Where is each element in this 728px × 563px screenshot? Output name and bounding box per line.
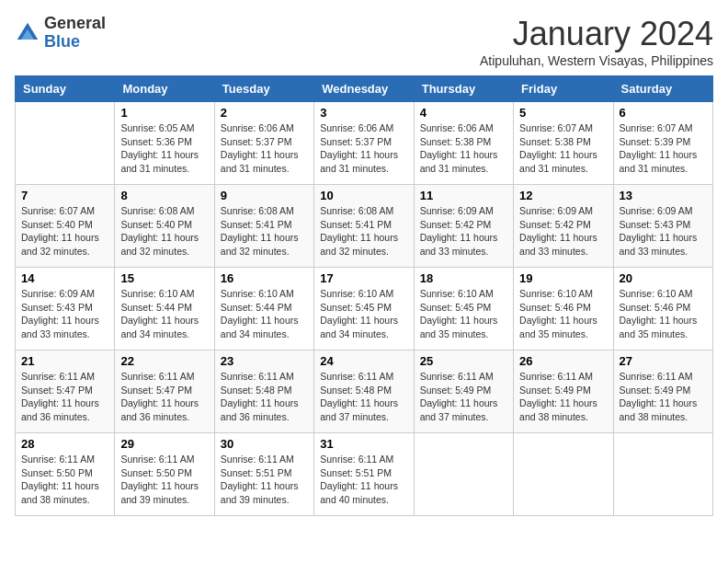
day-number: 5	[519, 106, 607, 120]
day-number: 7	[21, 189, 108, 202]
day-info: Sunrise: 6:09 AMSunset: 5:42 PMDaylight:…	[519, 204, 607, 259]
weekday-header-cell: Wednesday	[314, 76, 414, 102]
calendar-day-cell	[414, 433, 513, 516]
day-number: 1	[120, 106, 208, 120]
day-info: Sunrise: 6:05 AMSunset: 5:36 PMDaylight:…	[120, 121, 208, 176]
calendar-week-row: 28Sunrise: 6:11 AMSunset: 5:50 PMDayligh…	[16, 433, 713, 516]
day-info: Sunrise: 6:07 AMSunset: 5:40 PMDaylight:…	[21, 204, 108, 259]
day-info: Sunrise: 6:10 AMSunset: 5:45 PMDaylight:…	[320, 287, 407, 341]
calendar-day-cell: 9Sunrise: 6:08 AMSunset: 5:41 PMDaylight…	[214, 185, 313, 268]
calendar-day-cell: 14Sunrise: 6:09 AMSunset: 5:43 PMDayligh…	[16, 268, 115, 350]
day-info: Sunrise: 6:09 AMSunset: 5:43 PMDaylight:…	[21, 287, 108, 341]
day-number: 9	[221, 189, 308, 202]
calendar-day-cell: 29Sunrise: 6:11 AMSunset: 5:50 PMDayligh…	[115, 433, 214, 516]
page-header: General Blue January 2024 Atipuluhan, We…	[15, 15, 713, 68]
day-number: 6	[620, 106, 707, 120]
calendar-day-cell: 31Sunrise: 6:11 AMSunset: 5:51 PMDayligh…	[314, 433, 414, 516]
day-info: Sunrise: 6:10 AMSunset: 5:44 PMDaylight:…	[221, 287, 308, 341]
day-number: 31	[320, 437, 407, 451]
calendar-day-cell: 23Sunrise: 6:11 AMSunset: 5:48 PMDayligh…	[214, 350, 313, 433]
calendar-subtitle: Atipuluhan, Western Visayas, Philippines	[480, 53, 713, 68]
day-number: 28	[21, 437, 108, 451]
calendar-day-cell: 10Sunrise: 6:08 AMSunset: 5:41 PMDayligh…	[314, 185, 414, 268]
calendar-day-cell: 26Sunrise: 6:11 AMSunset: 5:49 PMDayligh…	[514, 350, 613, 433]
calendar-day-cell: 13Sunrise: 6:09 AMSunset: 5:43 PMDayligh…	[613, 185, 712, 268]
calendar-day-cell: 24Sunrise: 6:11 AMSunset: 5:48 PMDayligh…	[314, 350, 414, 433]
title-block: January 2024 Atipuluhan, Western Visayas…	[480, 15, 713, 68]
calendar-day-cell: 4Sunrise: 6:06 AMSunset: 5:38 PMDaylight…	[414, 102, 513, 185]
calendar-day-cell: 18Sunrise: 6:10 AMSunset: 5:45 PMDayligh…	[414, 268, 513, 350]
day-info: Sunrise: 6:10 AMSunset: 5:46 PMDaylight:…	[519, 287, 607, 341]
calendar-day-cell: 8Sunrise: 6:08 AMSunset: 5:40 PMDaylight…	[115, 185, 214, 268]
calendar-body: 1Sunrise: 6:05 AMSunset: 5:36 PMDaylight…	[16, 102, 713, 516]
day-number: 20	[620, 271, 707, 285]
day-info: Sunrise: 6:07 AMSunset: 5:38 PMDaylight:…	[519, 121, 607, 176]
calendar-day-cell: 20Sunrise: 6:10 AMSunset: 5:46 PMDayligh…	[613, 268, 712, 350]
day-number: 17	[320, 271, 407, 285]
day-number: 3	[320, 106, 407, 120]
calendar-day-cell: 1Sunrise: 6:05 AMSunset: 5:36 PMDaylight…	[115, 102, 214, 185]
day-number: 24	[320, 354, 407, 368]
day-number: 4	[420, 106, 507, 120]
day-number: 29	[120, 437, 208, 451]
calendar-day-cell: 22Sunrise: 6:11 AMSunset: 5:47 PMDayligh…	[115, 350, 214, 433]
day-info: Sunrise: 6:11 AMSunset: 5:50 PMDaylight:…	[120, 453, 208, 507]
calendar-day-cell: 30Sunrise: 6:11 AMSunset: 5:51 PMDayligh…	[214, 433, 313, 516]
day-number: 15	[120, 271, 208, 285]
calendar-title: January 2024	[480, 15, 713, 53]
calendar-day-cell: 27Sunrise: 6:11 AMSunset: 5:49 PMDayligh…	[613, 350, 712, 433]
day-info: Sunrise: 6:11 AMSunset: 5:51 PMDaylight:…	[221, 453, 308, 507]
calendar-day-cell: 3Sunrise: 6:06 AMSunset: 5:37 PMDaylight…	[314, 102, 414, 185]
day-info: Sunrise: 6:10 AMSunset: 5:46 PMDaylight:…	[620, 287, 707, 341]
calendar-day-cell: 6Sunrise: 6:07 AMSunset: 5:39 PMDaylight…	[613, 102, 712, 185]
day-info: Sunrise: 6:10 AMSunset: 5:44 PMDaylight:…	[120, 287, 208, 341]
day-number: 22	[120, 354, 208, 368]
calendar-week-row: 14Sunrise: 6:09 AMSunset: 5:43 PMDayligh…	[16, 268, 713, 350]
day-number: 27	[620, 354, 707, 368]
day-info: Sunrise: 6:11 AMSunset: 5:49 PMDaylight:…	[420, 370, 507, 424]
logo-icon	[15, 20, 40, 46]
day-number: 12	[519, 189, 607, 202]
calendar-week-row: 1Sunrise: 6:05 AMSunset: 5:36 PMDaylight…	[16, 102, 713, 185]
logo-text: General Blue	[44, 15, 106, 52]
logo: General Blue	[15, 15, 106, 52]
calendar-day-cell: 16Sunrise: 6:10 AMSunset: 5:44 PMDayligh…	[214, 268, 313, 350]
weekday-header-cell: Friday	[514, 76, 613, 102]
calendar-day-cell: 2Sunrise: 6:06 AMSunset: 5:37 PMDaylight…	[214, 102, 313, 185]
day-info: Sunrise: 6:08 AMSunset: 5:41 PMDaylight:…	[320, 204, 407, 259]
day-number: 2	[221, 106, 308, 120]
calendar-day-cell: 25Sunrise: 6:11 AMSunset: 5:49 PMDayligh…	[414, 350, 513, 433]
day-number: 19	[519, 271, 607, 285]
day-number: 13	[620, 189, 707, 202]
calendar-week-row: 21Sunrise: 6:11 AMSunset: 5:47 PMDayligh…	[16, 350, 713, 433]
calendar-day-cell: 11Sunrise: 6:09 AMSunset: 5:42 PMDayligh…	[414, 185, 513, 268]
day-info: Sunrise: 6:09 AMSunset: 5:43 PMDaylight:…	[620, 204, 707, 259]
day-number: 18	[420, 271, 507, 285]
day-number: 26	[519, 354, 607, 368]
day-info: Sunrise: 6:11 AMSunset: 5:47 PMDaylight:…	[21, 370, 108, 424]
weekday-header-cell: Sunday	[16, 76, 115, 102]
weekday-header-cell: Thursday	[414, 76, 513, 102]
day-info: Sunrise: 6:08 AMSunset: 5:41 PMDaylight:…	[221, 204, 308, 259]
calendar-day-cell: 12Sunrise: 6:09 AMSunset: 5:42 PMDayligh…	[514, 185, 613, 268]
day-number: 16	[221, 271, 308, 285]
calendar-day-cell: 28Sunrise: 6:11 AMSunset: 5:50 PMDayligh…	[16, 433, 115, 516]
day-info: Sunrise: 6:11 AMSunset: 5:49 PMDaylight:…	[519, 370, 607, 424]
calendar-day-cell: 5Sunrise: 6:07 AMSunset: 5:38 PMDaylight…	[514, 102, 613, 185]
day-info: Sunrise: 6:11 AMSunset: 5:48 PMDaylight:…	[320, 370, 407, 424]
day-number: 23	[221, 354, 308, 368]
calendar-day-cell	[514, 433, 613, 516]
weekday-header-cell: Tuesday	[214, 76, 313, 102]
calendar-day-cell	[613, 433, 712, 516]
day-info: Sunrise: 6:06 AMSunset: 5:37 PMDaylight:…	[221, 121, 308, 176]
calendar-day-cell: 17Sunrise: 6:10 AMSunset: 5:45 PMDayligh…	[314, 268, 414, 350]
day-number: 8	[120, 189, 208, 202]
day-info: Sunrise: 6:11 AMSunset: 5:48 PMDaylight:…	[221, 370, 308, 424]
day-number: 21	[21, 354, 108, 368]
calendar-day-cell: 19Sunrise: 6:10 AMSunset: 5:46 PMDayligh…	[514, 268, 613, 350]
day-number: 25	[420, 354, 507, 368]
day-info: Sunrise: 6:11 AMSunset: 5:50 PMDaylight:…	[21, 453, 108, 507]
day-info: Sunrise: 6:08 AMSunset: 5:40 PMDaylight:…	[120, 204, 208, 259]
day-info: Sunrise: 6:11 AMSunset: 5:47 PMDaylight:…	[120, 370, 208, 424]
day-info: Sunrise: 6:06 AMSunset: 5:37 PMDaylight:…	[320, 121, 407, 176]
